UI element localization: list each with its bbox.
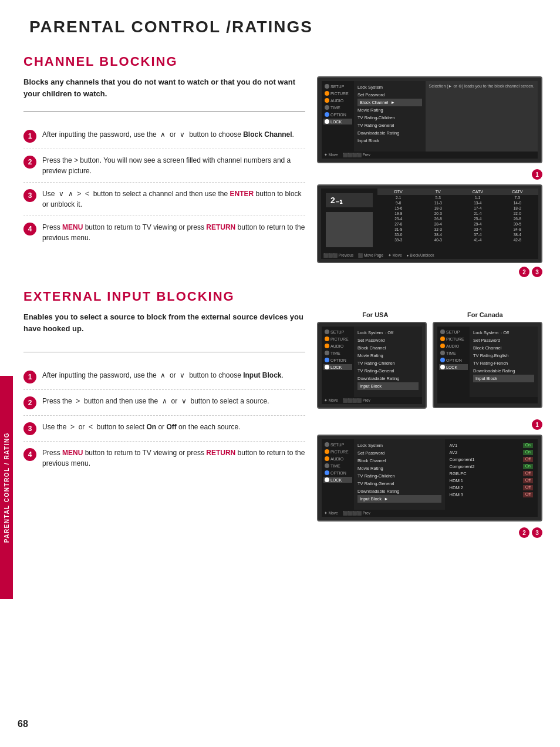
canada-icon-picture	[440, 337, 445, 341]
canada-label-picture: PICTURE	[446, 337, 464, 341]
input-menu-download: Downloadable Rating	[357, 487, 441, 495]
step1-bold: Block Channel	[243, 130, 292, 139]
av1-label: AV1	[450, 443, 458, 448]
input-icon-audio	[325, 456, 329, 461]
usa-icon-option	[325, 358, 329, 362]
for-usa-label: For USA	[362, 311, 388, 318]
usa-menu-tv-child: TV Rating-Children	[357, 359, 419, 367]
menu-tv-rating-children: TV Rating-Children	[357, 114, 422, 122]
input-footer-prev: ⬛⬛⬛⬛ Prev	[343, 511, 370, 516]
rgb-pc-value: Off	[523, 471, 533, 476]
tv-input-block-screen: SETUP PICTURE AUDIO TIME OPTION LOCK Loc…	[317, 435, 542, 521]
usa-label-option: OPTION	[330, 358, 346, 362]
usa-sidebar-audio: AUDIO	[323, 343, 352, 349]
input-menu-password: Set Password	[357, 449, 441, 457]
input-component1: Component1 Off	[450, 456, 534, 463]
on-text: On	[146, 423, 156, 431]
input-av1: AV1 On	[450, 442, 534, 449]
step4-return: RETURN	[206, 223, 235, 231]
badge-row-1: 1	[317, 169, 542, 180]
input-block-tv-footer: ✦ Move ⬛⬛⬛⬛ Prev	[322, 510, 538, 517]
channel-blocking-title: CHANNEL BLOCKING	[23, 54, 542, 69]
input-sidebar-option: OPTION	[323, 470, 352, 476]
tv-canada-inner: SETUP PICTURE AUDIO TIME OPTION LOCK Loc…	[433, 322, 542, 408]
col-catv1: CATV	[459, 190, 497, 194]
input-rgb-pc: RGB-PC Off	[450, 470, 534, 477]
badge-row-bottom-input: 2 3	[317, 527, 542, 538]
canada-icon-option	[440, 358, 445, 362]
usa-menu-block-ch: Block Channel	[357, 344, 419, 352]
input-step-2: 2 Press the > button and then use the ∧ …	[23, 390, 305, 416]
footer-move: ✦ Move	[388, 253, 402, 258]
channel-blocking-left: Blocks any channels that you do not want…	[23, 76, 305, 277]
canada-label-option: OPTION	[446, 358, 462, 362]
usa-menu-lock: Lock System : Off	[357, 329, 419, 337]
channel-number: 2₋₁	[326, 193, 373, 207]
canada-menu-input-block: Input Block	[473, 375, 534, 382]
channel-grid-area: 2₋₁ DTV TV CATV CATV	[321, 189, 538, 252]
step-text-1: After inputting the password, use the ∧ …	[42, 129, 305, 140]
canada-menu-tv-english: TV Rating-English	[473, 352, 534, 359]
canada-menu-download: Downloadable Rating	[473, 367, 534, 375]
input-label-audio: AUDIO	[330, 457, 343, 461]
sidebar-icon-audio	[325, 98, 329, 103]
hdmi2-value: Off	[523, 485, 533, 490]
sidebar-label-audio: AUDIO	[330, 99, 343, 103]
tv-channel-screen: 2₋₁ DTV TV CATV CATV	[317, 184, 542, 263]
usa-label-lock: LOCK	[330, 365, 342, 369]
channel-row-8: 35-0 38-4 37-4 38-4	[377, 232, 538, 237]
input-hdmi1: HDMI1 Off	[450, 477, 534, 484]
tv-input-block-inner: SETUP PICTURE AUDIO TIME OPTION LOCK Loc…	[322, 439, 538, 510]
canada-menu-lock: Lock System : Off	[473, 329, 534, 337]
sidebar-lock: LOCK	[323, 119, 352, 124]
hdmi1-label: HDMI1	[450, 478, 463, 483]
sidebar-picture: PICTURE	[323, 90, 352, 96]
sidebar-time: TIME	[323, 105, 352, 110]
component1-label: Component1	[450, 457, 475, 462]
usa-label-setup: SETUP	[330, 330, 344, 334]
input-sidebar-lock: LOCK	[323, 477, 352, 483]
sidebar-option: OPTION	[323, 112, 352, 117]
input-block-bold: Input Block	[243, 371, 281, 379]
channel-step-1: 1 After inputting the password, use the …	[23, 123, 305, 149]
step-circle-2a: 2	[519, 267, 529, 277]
step1-pre: After inputting the password, use the ∧ …	[42, 130, 243, 139]
sidebar-icon-time	[325, 105, 329, 110]
canada-sidebar-time: TIME	[439, 350, 468, 356]
input-badge-4: 4	[23, 448, 36, 461]
external-input-right: For USA For Canada SETUP PICTURE AUDIO T…	[317, 311, 542, 538]
channel-step-3: 3 Use ∨ ∧ > < button to select a channel…	[23, 183, 305, 216]
tv-sidebar-1: SETUP PICTURE AUDIO TIME	[322, 81, 354, 152]
input-return-label: RETURN	[206, 449, 235, 457]
av2-label: AV2	[450, 450, 458, 455]
side-tab: PARENTAL CONTROL / RATING	[0, 376, 13, 599]
input-component2: Component2 On	[450, 463, 534, 470]
sidebar-icon-lock	[325, 119, 329, 124]
input-label-picture: PICTURE	[330, 450, 349, 454]
component1-value: Off	[523, 457, 533, 462]
channel-row-5: 23-4 26-8 25-4 26-8	[377, 216, 538, 221]
component2-value: On	[523, 464, 533, 469]
input-label-lock: LOCK	[330, 478, 342, 482]
sidebar-icon-option	[325, 112, 329, 117]
input-step-3: 3 Use the > or < button to select On or …	[23, 416, 305, 442]
col-catv2: CATV	[499, 190, 537, 194]
canada-sidebar-picture: PICTURE	[439, 336, 468, 342]
input-icon-picture	[325, 449, 329, 454]
canada-menu-tv-french: TV Rating-French	[473, 359, 534, 367]
page-number: 68	[18, 719, 28, 729]
footer-move: ✦ Move	[324, 153, 338, 157]
tv-menu-screen-1: SETUP PICTURE AUDIO TIME	[317, 76, 542, 163]
external-input-left: Enables you to select a source to block …	[23, 311, 305, 538]
input-menu-label: MENU	[62, 449, 83, 457]
input-av2: AV2 On	[450, 449, 534, 456]
column-labels: For USA For Canada	[317, 311, 542, 318]
tv-input-menu-content: Lock System Set Password Block Channel M…	[354, 439, 445, 510]
av1-value: On	[523, 443, 533, 448]
tv-screens-row-top: SETUP PICTURE AUDIO TIME OPTION LOCK Loc…	[317, 322, 542, 415]
input-step-1: 1 After inputting the password, use the …	[23, 364, 305, 390]
step1-post: .	[292, 130, 294, 139]
channel-grid: DTV TV CATV CATV 2-1 5-3 1-1 7-3	[377, 189, 538, 252]
usa-menu-input-block: Input Block	[357, 382, 419, 390]
channel-row-3: 15-6 18-3 17-4 18-2	[377, 206, 538, 211]
